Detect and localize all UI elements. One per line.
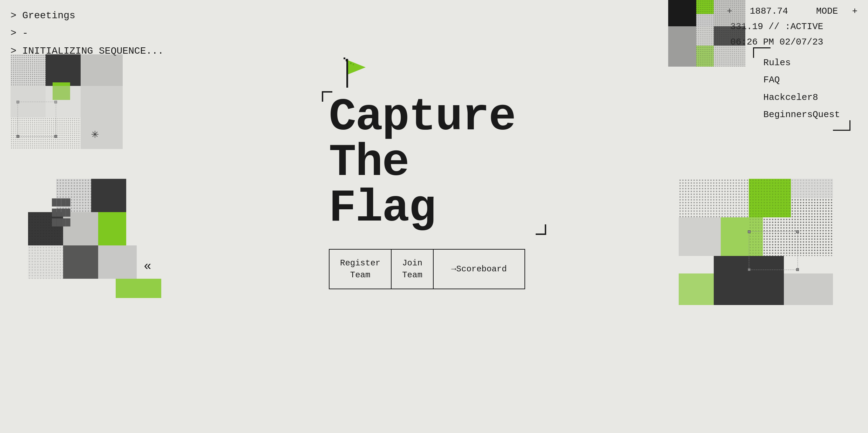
title-bracket-tl	[322, 91, 332, 102]
terminal-line-2: > -	[11, 25, 164, 42]
bracket-top-left-nav	[753, 47, 771, 58]
nav-faq[interactable]: FAQ	[764, 72, 840, 89]
svg-rect-4	[668, 26, 696, 67]
stats-value1: 1887.74	[750, 4, 788, 19]
svg-rect-24	[116, 279, 161, 298]
join-team-button[interactable]: JoinTeam	[392, 250, 434, 289]
lines-decoration: ████████████	[52, 198, 70, 228]
dashed-selection-bottomright	[749, 231, 798, 270]
nav-links: Rules FAQ Hackceler8 BeginnersQuest	[764, 54, 840, 124]
svg-rect-38	[679, 273, 714, 305]
hero-title: Capture The Flag	[329, 95, 539, 231]
chevron-decoration: «	[144, 259, 151, 274]
title-block: Capture The Flag	[329, 95, 539, 231]
svg-rect-13	[353, 64, 354, 65]
title-bracket-br	[536, 224, 546, 235]
terminal-output: > Greetings > - > INITIALIZING SEQUENCE.…	[11, 7, 164, 60]
handle-tl-2	[748, 230, 751, 233]
svg-rect-42	[81, 54, 123, 86]
svg-rect-9	[696, 0, 745, 67]
svg-rect-44	[11, 54, 46, 86]
deco-bottomleft	[28, 179, 161, 300]
nav-rules[interactable]: Rules	[764, 54, 840, 72]
svg-rect-10	[346, 60, 348, 88]
stats-datetime: 06:26 PM 02/07/23	[730, 34, 857, 50]
svg-rect-12	[350, 62, 352, 64]
bracket-bottom-right-nav	[833, 120, 850, 131]
handle-tr-2	[796, 230, 799, 233]
stats-mode-label: MODE	[816, 4, 838, 19]
svg-rect-20	[98, 212, 126, 245]
svg-rect-41	[46, 54, 81, 86]
svg-rect-49	[81, 86, 123, 149]
action-buttons-container: RegisterTeam JoinTeam →Scoreboard	[329, 249, 525, 289]
deco-topright	[668, 0, 745, 68]
register-team-button[interactable]: RegisterTeam	[330, 250, 392, 289]
hero-section: Capture The Flag RegisterTeam JoinTeam →…	[329, 56, 539, 289]
svg-rect-14	[346, 59, 348, 61]
handle-br-2	[796, 268, 799, 271]
svg-rect-47	[46, 86, 81, 117]
svg-rect-46	[11, 86, 46, 117]
svg-rect-33	[679, 217, 721, 256]
terminal-line-1: > Greetings	[11, 7, 164, 25]
hero-title-line2: The Flag	[329, 140, 539, 231]
flag-icon	[339, 56, 374, 91]
stats-plus-right: +	[852, 4, 857, 19]
stats-panel: + 1887.74 MODE + 331.19 // :ACTIVE 06:26…	[730, 4, 857, 50]
nav-hackceler8[interactable]: Hackceler8	[764, 89, 840, 106]
svg-rect-17	[91, 179, 126, 212]
stats-value2: 331.19 // :ACTIVE	[730, 19, 857, 34]
hero-title-line1: Capture	[329, 95, 539, 140]
svg-rect-48	[11, 117, 81, 149]
svg-rect-0	[668, 0, 696, 26]
handle-bl-2	[748, 268, 751, 271]
deco-topleft	[11, 54, 123, 151]
nav-beginners-quest[interactable]: BeginnersQuest	[764, 106, 840, 123]
svg-rect-15	[344, 57, 345, 59]
svg-rect-31	[679, 179, 749, 217]
svg-rect-22	[63, 245, 98, 279]
scoreboard-button[interactable]: →Scoreboard	[434, 250, 524, 289]
svg-rect-37	[784, 273, 833, 305]
svg-rect-23	[98, 245, 137, 279]
